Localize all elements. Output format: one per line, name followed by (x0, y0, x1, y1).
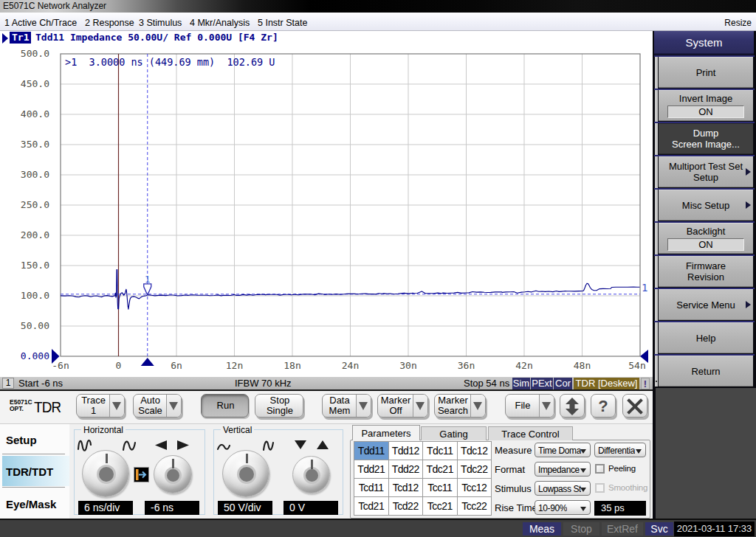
parameter-cell-tcc22[interactable]: Tcc22 (458, 497, 492, 515)
offset-reference-icon (134, 467, 149, 482)
tab-trace-control[interactable]: Trace Control (488, 426, 573, 440)
parameter-cell-tdd11[interactable]: Tdd11 (354, 442, 388, 460)
sidebar-item-eye-mask[interactable]: Eye/Mask (0, 498, 69, 510)
toolbar-button-marker-search[interactable]: Marker Search (434, 394, 486, 418)
dropdown-format[interactable]: Impedance (535, 462, 591, 477)
parameter-cell-tdd12[interactable]: Tdd12 (389, 442, 423, 460)
dropdown-measure[interactable]: Time Doma (535, 443, 591, 457)
parameter-cell-tdc22[interactable]: Tdc22 (458, 460, 492, 478)
toolbar-button-close[interactable] (622, 394, 647, 418)
softkey-state-invert-image: ON (667, 105, 744, 118)
time-scale-fine-icon (77, 437, 92, 454)
menu-item-2[interactable]: 2 Response (85, 18, 134, 28)
parameter-cell-tcd12[interactable]: Tcd12 (389, 479, 423, 496)
softkey-misc-setup[interactable]: Misc Setup (659, 190, 753, 221)
dropdown-measure[interactable]: Differentia (594, 443, 646, 457)
dropdown-stimulus[interactable]: Lowpass St (535, 481, 591, 496)
menu-item-4[interactable]: 4 Mkr/Analysis (190, 18, 250, 28)
dropdown-arrow-icon[interactable] (166, 395, 181, 417)
checkbox-peeling[interactable] (595, 464, 605, 474)
parameter-cell-tdd22[interactable]: Tdd22 (389, 460, 423, 478)
rotary-knob[interactable] (154, 455, 192, 493)
application-window: E5071C Network Analyzer Resize 1 Active … (0, 0, 756, 537)
title-bar: E5071C Network Analyzer (0, 0, 756, 13)
sidebar-item-tdr-tdt[interactable]: TDR/TDT (0, 465, 69, 478)
parameter-cell-tcc12[interactable]: Tcc12 (458, 479, 492, 496)
softkey-firmware-revision[interactable]: Firmware Revision (659, 256, 753, 287)
x-axis-label: 0 (97, 360, 141, 371)
dropdown-arrow-icon[interactable] (470, 395, 485, 417)
instrument-status-svc: Svc (645, 522, 673, 536)
menu-item-3[interactable]: 3 Stimulus (139, 18, 182, 28)
sidebar-divider (2, 487, 65, 488)
marker-symbol[interactable] (144, 284, 151, 294)
softkey-menu-title: System (654, 31, 754, 55)
knob-hub (237, 465, 256, 484)
toolbar-button-marker-off[interactable]: Marker Off (377, 394, 428, 418)
softkey-label: Return (691, 366, 720, 377)
parameter-cell-tcd21[interactable]: Tcd21 (354, 497, 388, 515)
dropdown-arrow-icon[interactable] (356, 395, 371, 417)
softkey-return[interactable]: Return (659, 356, 753, 387)
sweep-start-label: Start -6 ns (18, 378, 63, 389)
param-label-stimulus: Stimulus (495, 483, 532, 494)
trace-header: Tr1 Tdd11 Impedance 50.00U/ Ref 0.000U [… (0, 31, 653, 47)
softkey-print[interactable]: Print (659, 57, 753, 88)
toolbar-button-label: Stop Single (255, 395, 304, 417)
parameter-cell-tdd21[interactable]: Tdd21 (354, 460, 388, 478)
marker-number-label: 1 (145, 274, 151, 285)
y-axis-label: 500.0 (0, 48, 49, 59)
parameter-cell-tcc11[interactable]: Tcc11 (423, 479, 457, 496)
dropdown-arrow-icon[interactable] (109, 395, 124, 417)
trace-description: Tdd11 Impedance 50.00U/ Ref 0.000U [F4 Z… (35, 32, 278, 44)
toolbar-button-label: Data Mem (323, 395, 357, 417)
status-badge-tdr-deskew: TDR [Deskew] (574, 378, 639, 389)
marker-stimulus-indicator[interactable] (141, 358, 154, 366)
y-axis-label: 400.0 (0, 108, 49, 119)
softkey-dump-screen-image[interactable]: Dump Screen Image... (659, 123, 753, 154)
toolbar-button-file[interactable]: File (505, 394, 554, 418)
datetime: 2021-03-11 17:33 (674, 522, 755, 536)
tab-parameters[interactable]: Parameters (352, 425, 420, 440)
menu-item-5[interactable]: 5 Instr State (258, 18, 307, 28)
x-axis-label: 6n (154, 360, 199, 371)
param-label-format: Format (495, 464, 525, 475)
tab-gating[interactable]: Gating (421, 426, 487, 440)
rotary-knob[interactable] (82, 450, 129, 497)
sidebar-item-setup[interactable]: Setup (0, 434, 69, 446)
scroll-strip-dot (656, 381, 657, 382)
toolbar-button-data-mem[interactable]: Data Mem (322, 394, 371, 418)
toolbar-button-updown[interactable] (560, 394, 585, 418)
instrument-status-bar: 2021-03-11 17:33 MeasStopExtRefSvc (0, 519, 756, 537)
x-axis-label: 18n (270, 360, 315, 371)
parameter-cell-tdc11[interactable]: Tdc11 (423, 442, 457, 460)
y-axis-label: 150.0 (0, 260, 49, 271)
softkey-backlight[interactable]: BacklightON (659, 223, 753, 254)
toolbar-button-auto-scale[interactable]: Auto Scale (133, 394, 182, 418)
toolbar-button-run[interactable]: Run (201, 394, 249, 418)
dropdown-arrow-icon[interactable] (539, 395, 554, 417)
dropdown-rise-time[interactable]: 10-90% (535, 500, 591, 515)
toolbar-button-stop-single[interactable]: Stop Single (255, 394, 303, 418)
softkey-multiport-test-set-setup[interactable]: Multiport Test Set Setup (659, 156, 753, 187)
rotary-knob[interactable] (222, 450, 269, 497)
status-badge-pext: PExt (531, 378, 553, 389)
softkey-service-menu[interactable]: Service Menu (659, 289, 753, 320)
parameter-cell-tcc21[interactable]: Tcc21 (423, 497, 457, 515)
toolbar-button-help[interactable]: ? (591, 394, 616, 418)
softkey-help[interactable]: Help (659, 322, 753, 353)
parameter-cell-tdc21[interactable]: Tdc21 (423, 460, 457, 478)
parameter-cell-tdc12[interactable]: Tdc12 (458, 442, 492, 460)
x-axis-label: 48n (560, 360, 605, 371)
menu-item-resize[interactable]: Resize (724, 18, 752, 28)
dropdown-arrow-icon[interactable] (413, 395, 427, 417)
graph-area[interactable]: >1 3.0000 ns (449.69 mm) 102.69 U 1 1 50… (0, 47, 653, 377)
menu-item-1[interactable]: 1 Active Ch/Trace (4, 18, 77, 28)
parameter-cell-tcd11[interactable]: Tcd11 (354, 479, 388, 496)
toolbar-button-trace-select[interactable]: Trace 1 (76, 394, 125, 418)
rotary-knob[interactable] (292, 456, 330, 493)
parameter-cell-tcd22[interactable]: Tcd22 (389, 497, 423, 515)
trace-tag[interactable]: Tr1 (10, 32, 31, 44)
softkey-invert-image[interactable]: Invert ImageON (659, 90, 753, 121)
dropdown-value: 10-90% (538, 503, 567, 513)
